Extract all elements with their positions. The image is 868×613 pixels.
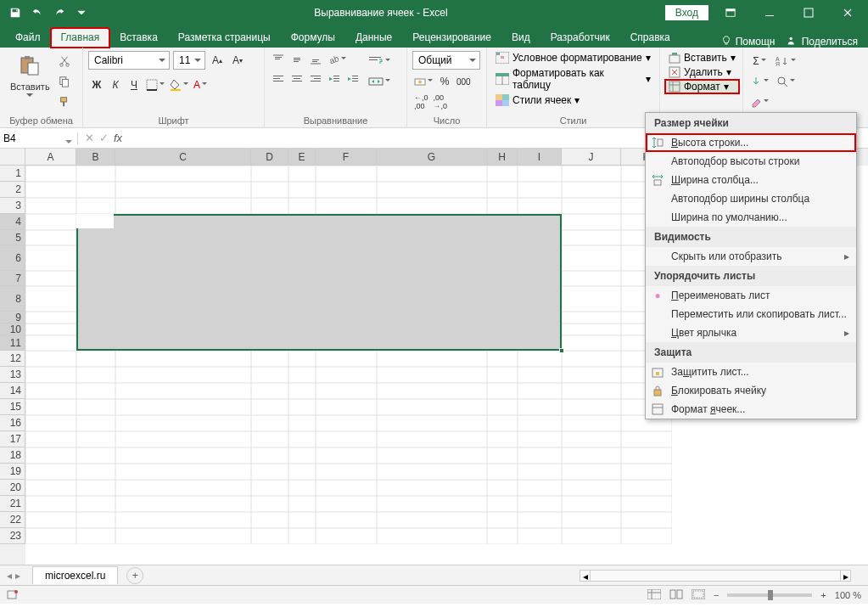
row-header[interactable]: 11: [0, 335, 25, 351]
ribbon-display-icon[interactable]: [714, 0, 748, 25]
col-header[interactable]: J: [562, 149, 621, 166]
wrap-text-icon[interactable]: [367, 53, 392, 70]
decrease-indent-icon[interactable]: [326, 70, 343, 87]
qat-customize-icon[interactable]: [71, 3, 92, 23]
dd-lock-cell[interactable]: Блокировать ячейку: [646, 381, 856, 400]
dd-autofit-row[interactable]: Автоподбор высоты строки: [646, 152, 856, 171]
help-search[interactable]: Помощн: [720, 35, 775, 48]
italic-button[interactable]: К: [107, 76, 124, 93]
dd-col-width[interactable]: Ширина столбца...: [646, 171, 856, 189]
merge-button[interactable]: [367, 73, 392, 90]
bold-button[interactable]: Ж: [88, 76, 105, 93]
font-color-button[interactable]: A: [192, 76, 209, 93]
col-header[interactable]: C: [115, 149, 251, 166]
percent-icon[interactable]: %: [436, 73, 453, 90]
col-header[interactable]: D: [251, 149, 288, 166]
col-header[interactable]: H: [487, 149, 518, 166]
insert-cells-button[interactable]: Вставить ▾: [665, 51, 739, 65]
dd-format-cells[interactable]: Формат ячеек...: [646, 400, 856, 419]
dd-tab-color[interactable]: Цвет ярлычка: [646, 323, 856, 342]
align-center-icon[interactable]: [288, 70, 305, 87]
format-as-table-button[interactable]: Форматировать как таблицу ▾: [492, 66, 654, 92]
underline-button[interactable]: Ч: [126, 76, 143, 93]
format-painter-icon[interactable]: [55, 93, 74, 110]
close-icon[interactable]: [831, 0, 865, 25]
row-header[interactable]: 5: [0, 230, 25, 245]
tab-developer[interactable]: Разработчик: [540, 28, 620, 48]
view-pagebreak-icon[interactable]: [692, 589, 705, 601]
align-top-icon[interactable]: [270, 51, 287, 68]
row-header[interactable]: 1: [0, 166, 25, 182]
row-header[interactable]: 18: [0, 447, 25, 464]
row-header[interactable]: 21: [0, 496, 25, 512]
dd-protect-sheet[interactable]: Защитить лист...: [646, 363, 856, 381]
redo-icon[interactable]: [49, 3, 70, 23]
view-normal-icon[interactable]: [647, 589, 661, 601]
save-icon[interactable]: [5, 3, 25, 23]
row-header[interactable]: 9: [0, 312, 25, 323]
row-header[interactable]: 4: [0, 214, 25, 230]
sheet-nav-last-icon[interactable]: ▸: [15, 570, 20, 582]
dd-rename-sheet[interactable]: ●Переименовать лист: [646, 286, 856, 305]
tab-file[interactable]: Файл: [5, 28, 51, 48]
increase-font-icon[interactable]: A▴: [209, 52, 226, 69]
tab-insert[interactable]: Вставка: [109, 28, 168, 48]
row-header[interactable]: 16: [0, 415, 25, 431]
format-cells-button[interactable]: Формат ▾: [665, 80, 739, 93]
increase-decimal-icon[interactable]: ←,0,00: [412, 93, 430, 110]
row-header[interactable]: 23: [0, 528, 25, 544]
copy-icon[interactable]: [55, 73, 74, 90]
orientation-icon[interactable]: ab: [326, 51, 348, 68]
tab-view[interactable]: Вид: [501, 28, 540, 48]
find-select-icon[interactable]: [774, 73, 798, 90]
select-all-corner[interactable]: [0, 149, 25, 166]
share-button[interactable]: Поделиться: [787, 35, 858, 48]
cancel-formula-icon[interactable]: ✕: [85, 132, 94, 144]
tab-home[interactable]: Главная: [51, 28, 110, 48]
fill-icon[interactable]: [748, 73, 770, 90]
row-header[interactable]: 12: [0, 351, 25, 367]
row-header[interactable]: 20: [0, 480, 25, 496]
minimize-icon[interactable]: [753, 0, 787, 25]
cell-styles-button[interactable]: Стили ячеек ▾: [492, 93, 654, 107]
align-right-icon[interactable]: [307, 70, 324, 87]
row-header[interactable]: 8: [0, 286, 25, 312]
dd-autofit-col[interactable]: Автоподбор ширины столбца: [646, 189, 856, 208]
align-bottom-icon[interactable]: [307, 51, 324, 68]
row-header[interactable]: 6: [0, 245, 25, 271]
login-button[interactable]: Вход: [665, 5, 708, 20]
row-header[interactable]: 19: [0, 464, 25, 480]
maximize-icon[interactable]: [792, 0, 826, 25]
row-header[interactable]: 22: [0, 512, 25, 528]
autosum-icon[interactable]: Σ: [748, 53, 770, 70]
fx-icon[interactable]: fx: [114, 132, 122, 144]
tab-review[interactable]: Рецензирование: [402, 28, 501, 48]
view-layout-icon[interactable]: [669, 589, 683, 601]
row-header[interactable]: 14: [0, 383, 25, 399]
currency-icon[interactable]: [412, 73, 434, 90]
enter-formula-icon[interactable]: ✓: [99, 132, 109, 144]
row-header[interactable]: 15: [0, 399, 25, 415]
tab-formulas[interactable]: Формулы: [281, 28, 345, 48]
cut-icon[interactable]: [55, 53, 74, 70]
col-header[interactable]: E: [288, 149, 316, 166]
conditional-formatting-button[interactable]: Условное форматирование ▾: [492, 51, 654, 65]
record-macro-icon[interactable]: [7, 588, 19, 602]
dd-move-sheet[interactable]: Переместить или скопировать лист...: [646, 305, 856, 323]
sheet-tab[interactable]: microexcel.ru: [32, 566, 118, 584]
dd-row-height[interactable]: Высота строки...: [646, 133, 856, 152]
align-middle-icon[interactable]: [288, 51, 305, 68]
row-header[interactable]: 7: [0, 271, 25, 286]
fill-handle[interactable]: [559, 348, 564, 353]
col-header[interactable]: F: [316, 149, 377, 166]
zoom-out-icon[interactable]: −: [714, 590, 719, 600]
zoom-in-icon[interactable]: +: [820, 590, 826, 600]
row-header[interactable]: 13: [0, 367, 25, 383]
row-header[interactable]: 2: [0, 182, 25, 198]
col-header[interactable]: G: [377, 149, 487, 166]
horizontal-scrollbar[interactable]: ◂▸: [580, 570, 851, 582]
font-size-combo[interactable]: 11: [173, 51, 205, 70]
clear-icon[interactable]: [748, 93, 770, 110]
increase-indent-icon[interactable]: [344, 70, 361, 87]
tab-layout[interactable]: Разметка страницы: [168, 28, 281, 48]
